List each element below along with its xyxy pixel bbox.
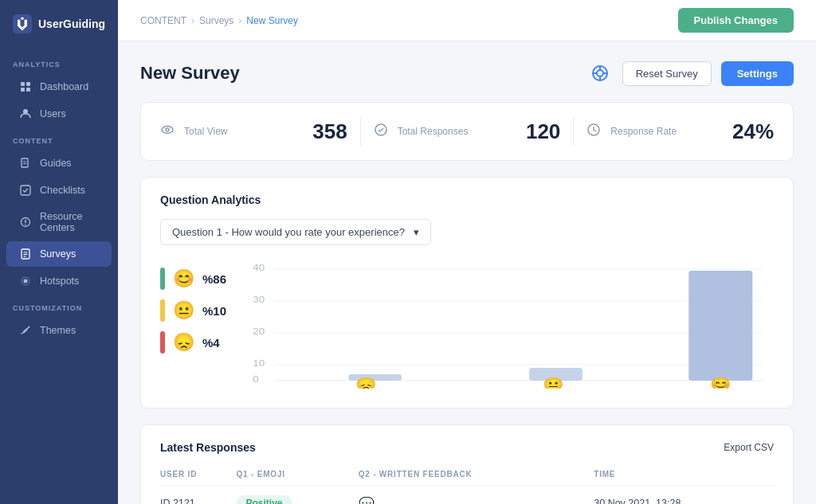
sidebar-checklists-label: Checklists (40, 185, 85, 196)
legend-pct-neutral: %10 (202, 304, 226, 318)
svg-point-29 (166, 128, 169, 131)
total-view-value: 358 (312, 119, 347, 144)
question-analytics-card: Question Analytics Question 1 - How woul… (140, 177, 794, 408)
bar-chart-svg: 40 30 20 10 0 (242, 261, 774, 389)
table-header: USER ID Q1 - EMOJI Q2 - WRITTEN FEEDBACK… (160, 463, 774, 486)
rate-icon (586, 123, 601, 140)
sidebar-dashboard-label: Dashboard (40, 81, 88, 92)
col-time: TIME (594, 463, 774, 486)
total-responses-label: Total Responses (398, 126, 469, 137)
breadcrumb-sep1: › (191, 15, 194, 26)
legend-item-happy: 😊 %86 (160, 268, 226, 290)
sidebar-item-resource-centers[interactable]: Resource Centers (6, 205, 112, 240)
legend-item-sad: 😞 %4 (160, 331, 226, 354)
svg-rect-44 (688, 271, 752, 381)
question-dropdown[interactable]: Question 1 - How would you rate your exp… (160, 219, 431, 245)
legend-bar-sad (160, 331, 165, 354)
svg-text:😊: 😊 (710, 377, 732, 389)
svg-point-13 (25, 224, 26, 225)
sidebar-item-surveys[interactable]: Surveys (6, 241, 112, 267)
svg-text:😞: 😞 (356, 377, 378, 389)
response-rate-label: Response Rate (610, 126, 677, 137)
breadcrumb-content: CONTENT (140, 15, 186, 26)
settings-button[interactable]: Settings (721, 61, 794, 86)
svg-point-23 (597, 70, 603, 76)
page-title: New Survey (140, 63, 240, 84)
sidebar-resource-label: Resource Centers (40, 211, 99, 233)
grid-icon (19, 80, 32, 93)
analytics-section-label: ANALYTICS (0, 51, 118, 73)
col-q2-feedback: Q2 - WRITTEN FEEDBACK (359, 463, 594, 486)
target-icon (587, 61, 613, 86)
svg-rect-10 (21, 186, 30, 195)
reset-survey-button[interactable]: Reset Survey (622, 61, 712, 86)
breadcrumb-surveys: Surveys (199, 15, 233, 26)
legend-emoji-neutral: 😐 (173, 300, 194, 321)
svg-rect-2 (21, 82, 25, 86)
responses-icon (374, 123, 388, 140)
sidebar-item-themes[interactable]: Themes (6, 318, 112, 343)
svg-text:30: 30 (253, 295, 265, 304)
row1-q1: Positive (237, 486, 359, 505)
sidebar-item-guides[interactable]: Guides (6, 150, 112, 176)
responses-table: USER ID Q1 - EMOJI Q2 - WRITTEN FEEDBACK… (160, 463, 774, 504)
col-user-id: USER ID (160, 463, 237, 486)
total-responses-value: 120 (526, 119, 560, 144)
table-row: ID 2121 Positive 💬 30 Nov 2021, 13:28 (160, 486, 774, 505)
content-section-label: CONTENT (0, 127, 118, 150)
sidebar-item-checklists[interactable]: Checklists (6, 178, 112, 203)
export-csv-button[interactable]: Export CSV (724, 442, 774, 453)
resource-icon (19, 216, 32, 229)
sidebar-hotspots-label: Hotspots (40, 275, 79, 287)
legend-bar-happy (160, 268, 165, 290)
sidebar-surveys-label: Surveys (40, 248, 76, 260)
stat-total-responses: Total Responses 120 (374, 119, 561, 144)
sidebar-item-hotspots[interactable]: Hotspots (6, 268, 112, 294)
content-area: New Survey Reset Survey Settings Total V… (118, 41, 816, 504)
svg-point-21 (29, 326, 30, 328)
stat-divider-2 (573, 117, 574, 146)
sidebar: UserGuiding ANALYTICS Dashboard Users CO… (0, 0, 118, 504)
chat-icon: 💬 (359, 497, 375, 505)
legend-pct-happy: %86 (202, 272, 226, 286)
chart-area: 😊 %86 😐 %10 😞 %4 (160, 261, 774, 392)
brush-icon (19, 324, 32, 337)
sidebar-themes-label: Themes (40, 325, 76, 336)
topbar: CONTENT › Surveys › New Survey Publish C… (118, 0, 816, 41)
breadcrumb: CONTENT › Surveys › New Survey (140, 15, 298, 26)
stat-total-view: Total View 358 (160, 119, 347, 144)
svg-rect-3 (26, 82, 30, 86)
logo-icon (13, 13, 32, 35)
person-icon (19, 107, 32, 120)
legend-item-neutral: 😐 %10 (160, 299, 226, 322)
svg-rect-5 (26, 88, 30, 92)
doc-icon (19, 157, 32, 170)
hotspot-icon (19, 275, 32, 287)
row1-user-id: ID 2121 (160, 486, 237, 505)
svg-point-28 (162, 127, 173, 134)
breadcrumb-current: New Survey (246, 15, 298, 26)
chart-legend: 😊 %86 😐 %10 😞 %4 (160, 261, 226, 392)
page-header-actions: Reset Survey Settings (587, 61, 794, 86)
latest-responses-header: Latest Responses Export CSV (160, 441, 774, 454)
stat-divider-1 (360, 117, 361, 146)
chevron-down-icon: ▾ (414, 226, 419, 238)
svg-point-1 (21, 17, 23, 19)
question-analytics-title: Question Analytics (160, 193, 774, 206)
legend-emoji-happy: 😊 (173, 268, 194, 289)
publish-changes-button[interactable]: Publish Changes (678, 8, 794, 33)
checklist-icon (19, 184, 32, 197)
svg-text:0: 0 (253, 375, 259, 384)
survey-icon (19, 248, 32, 260)
sidebar-item-dashboard[interactable]: Dashboard (6, 74, 112, 100)
svg-point-6 (23, 109, 28, 114)
stats-row: Total View 358 Total Responses 120 Respo… (140, 102, 794, 161)
row1-q2: 💬 (359, 486, 594, 505)
question-dropdown-label: Question 1 - How would you rate your exp… (172, 226, 405, 238)
latest-responses-card: Latest Responses Export CSV USER ID Q1 -… (140, 424, 794, 504)
sidebar-item-users[interactable]: Users (6, 101, 112, 127)
sidebar-guides-label: Guides (40, 158, 72, 169)
logo: UserGuiding (0, 13, 118, 51)
legend-pct-sad: %4 (202, 336, 220, 350)
stat-response-rate: Response Rate 24% (586, 119, 774, 144)
